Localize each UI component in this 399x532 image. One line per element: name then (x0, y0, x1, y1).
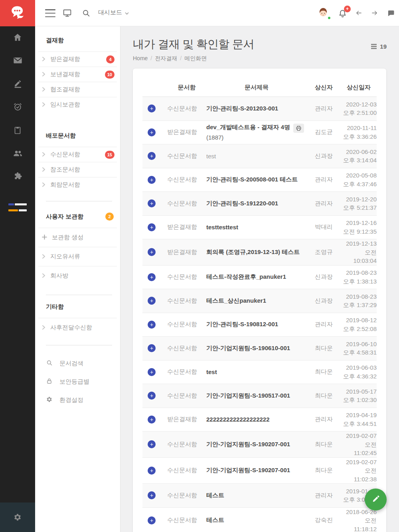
rail-home-button[interactable] (0, 26, 35, 49)
nav-back-arrow-icon[interactable] (355, 10, 363, 16)
nav-forward-arrow-icon[interactable] (371, 10, 378, 16)
sidebar-item[interactable]: 받은결재함4 (38, 51, 117, 67)
rail-clipboard-button[interactable] (0, 119, 35, 142)
expand-row-plus-button[interactable]: + (148, 273, 156, 281)
expand-row-plus-button[interactable]: + (148, 104, 156, 112)
document-title-link[interactable]: 테스트 (206, 492, 224, 499)
sidebar-item[interactable]: 사후전달수신함 (38, 318, 117, 337)
document-title-link[interactable]: 기안-기업지원팀-S-190517-001 (206, 392, 290, 399)
expand-row-plus-button[interactable]: + (148, 516, 156, 524)
expand-row-plus-button[interactable]: + (148, 223, 156, 231)
table-row: +수신문서함기안-기업지원팀-S-190517-001최다운2019-05-17… (142, 384, 377, 408)
table-row: +수신문서함테스트관리자2019-01-16오후 3:04:14 (142, 484, 377, 508)
sender-cell: 최다운 (307, 368, 341, 376)
document-title-link[interactable]: 기안-기업지원팀-S-190610-001 (206, 345, 290, 351)
rail-compose-button[interactable] (0, 73, 35, 96)
messenger-chat-icon[interactable] (387, 9, 395, 17)
document-title-link[interactable]: 테스트_상신panuker1 (206, 297, 266, 304)
document-title-link[interactable]: 테스트-작성완료후_panuker1 (206, 273, 286, 280)
sender-cell: 신과장 (307, 152, 341, 160)
hamburger-menu-icon[interactable] (45, 9, 55, 17)
alarm-icon (13, 102, 23, 113)
rail-people-button[interactable] (0, 142, 35, 165)
expand-row-plus-button[interactable]: + (148, 152, 156, 160)
dashboard-dropdown[interactable]: 대시보드 (98, 9, 129, 16)
document-title-link[interactable]: 테스트 (206, 516, 224, 523)
settings-gear-icon[interactable] (13, 513, 22, 522)
document-title-link[interactable]: 회의록 (조영규,2019-12-13) 테스트 (206, 248, 300, 255)
table-row: +수신문서함테스트-작성완료후_panuker1신과장2019-08-23오후 … (142, 266, 377, 290)
expand-row-plus-button[interactable]: + (148, 128, 156, 136)
document-title-cell: test (206, 153, 307, 160)
user-avatar[interactable] (316, 5, 331, 20)
sidebar-item[interactable]: 협조결재함 (38, 82, 117, 97)
print-icon[interactable] (293, 124, 304, 133)
chevron-down-icon (125, 9, 129, 16)
sidebar-item-label: 받은결재함 (50, 55, 80, 63)
document-title-link[interactable]: dev_개발테스트용 - 결재자 4명 (206, 124, 290, 130)
document-title-link[interactable]: testtesttest (206, 224, 238, 231)
expand-row-plus-button[interactable]: + (148, 176, 156, 184)
chevron-right-icon (42, 272, 45, 280)
document-title-link[interactable]: 기안-관리팀-S-191220-001 (206, 200, 278, 207)
expand-row-plus-button[interactable]: + (148, 344, 156, 352)
sidebar-item[interactable]: 임시보관함 (38, 97, 117, 112)
breadcrumb-item[interactable]: 메인화면 (184, 55, 207, 61)
sidebar-item[interactable]: 보낸결재함10 (38, 67, 117, 82)
document-title-cell: 테스트 (206, 516, 307, 524)
document-title-link[interactable]: 기안-기업지원팀-S-190207-001 (206, 441, 290, 447)
submitted-date-cell: 2020-12-03오후 2:51:00 (341, 100, 377, 117)
search-icon[interactable] (81, 8, 91, 18)
document-box-cell: 수신문서함 (167, 492, 206, 499)
chat-bubbles-logo-icon (8, 4, 27, 22)
expand-row-plus-button[interactable]: + (148, 467, 156, 475)
app-logo[interactable] (0, 0, 35, 26)
document-title-link[interactable]: 기안-관리팀-S-201203-001 (206, 105, 278, 112)
document-box-cell: 받은결재함 (167, 248, 206, 256)
sidebar-item[interactable]: 회람문서함 (38, 177, 117, 192)
sidebar-tool-search[interactable]: 문서검색 (35, 354, 120, 372)
expand-row-plus-button[interactable]: + (148, 297, 156, 305)
sender-cell: 김도균 (307, 128, 341, 136)
sidebar-menu: 결재함받은결재함4보낸결재함10협조결재함임시보관함배포문서함수신문서함15참조… (35, 26, 120, 532)
document-title-link[interactable]: 기안-관리팀-S-200508-001 테스트 (206, 176, 298, 183)
document-title-link[interactable]: test (206, 153, 216, 160)
expand-row-plus-button[interactable]: + (148, 368, 156, 376)
home-icon (12, 32, 23, 44)
table-row: +받은결재함2222222222222222222관리자2019-04-19오후… (142, 408, 377, 432)
document-title-cell: 기안-기업지원팀-S-190517-001 (206, 392, 307, 400)
create-storage-button[interactable]: 보관함 생성 (38, 228, 117, 247)
submitted-date-cell: 2019-06-03오후 4:36:32 (341, 363, 377, 380)
sidebar-tool-gear[interactable]: 환경설정 (35, 391, 120, 409)
sidebar-tool-lock[interactable]: 보안등급별 (35, 372, 120, 391)
notifications-bell-icon[interactable]: + (338, 8, 347, 18)
breadcrumb-item[interactable]: Home (133, 55, 148, 61)
expand-row-plus-button[interactable]: + (148, 199, 156, 207)
sidebar-item[interactable]: 지오유서류 (38, 247, 117, 266)
breadcrumb-item[interactable]: 전자결재 (155, 55, 177, 61)
document-title-link[interactable]: test (206, 368, 217, 375)
sidebar-tool-label: 보안등급별 (59, 378, 89, 386)
sidebar-item[interactable]: 참조문서함 (38, 162, 117, 177)
sidebar-item-label: 회사방 (50, 272, 68, 280)
compose-fab-button[interactable] (365, 489, 387, 510)
expand-row-plus-button[interactable]: + (148, 440, 156, 448)
expand-row-plus-button[interactable]: + (148, 491, 156, 499)
sidebar-item[interactable]: 수신문서함15 (38, 147, 117, 162)
table-row: +수신문서함테스트_상신panuker1신과장2019-08-23오후 1:37… (142, 289, 377, 313)
sidebar-item[interactable]: 회사방 (38, 266, 117, 285)
expand-row-plus-button[interactable]: + (148, 321, 156, 329)
rail-mail-button[interactable] (0, 49, 35, 73)
rail-alarm-button[interactable] (0, 96, 35, 119)
rail-puzzle-button[interactable] (0, 165, 35, 188)
mail-icon (12, 55, 23, 67)
document-title-link[interactable]: 기안-기업지원팀-S-190207-001 (206, 467, 290, 473)
document-title-cell: 기안-관리팀-S-201203-001 (206, 105, 307, 112)
document-title-link[interactable]: 기안-관리팀-S-190812-001 (206, 321, 278, 327)
expand-row-plus-button[interactable]: + (148, 416, 156, 424)
expand-row-plus-button[interactable]: + (148, 248, 156, 256)
progress-bar-blue (8, 203, 27, 205)
expand-row-plus-button[interactable]: + (148, 392, 156, 400)
monitor-icon[interactable] (62, 8, 72, 18)
document-title-link[interactable]: 2222222222222222222 (206, 416, 270, 423)
